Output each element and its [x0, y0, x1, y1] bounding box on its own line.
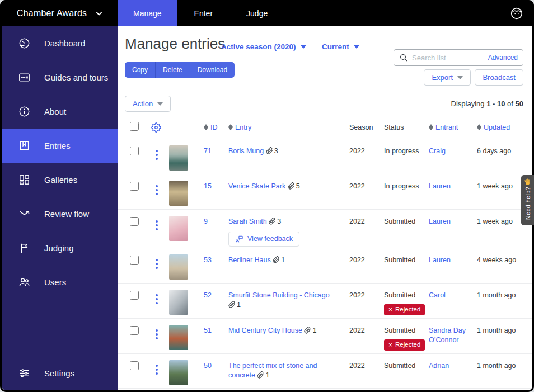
- sort-header-entry[interactable]: Entry: [228, 124, 349, 131]
- sidebar-item-judging[interactable]: Judging: [2, 231, 118, 265]
- entry-thumbnail[interactable]: [169, 181, 188, 206]
- season-cell: 2022: [349, 182, 384, 191]
- app-window: Chamber Awards Manage Enter Judge: [0, 0, 534, 392]
- current-filter-dropdown[interactable]: Current: [322, 42, 359, 51]
- entry-thumbnail[interactable]: [169, 216, 188, 241]
- bookmark-icon: [17, 139, 31, 153]
- entry-thumbnail[interactable]: [169, 145, 188, 171]
- entry-title-link[interactable]: Smurfit Stone Building - Chicago: [228, 291, 330, 299]
- row-checkbox[interactable]: [130, 182, 139, 191]
- entry-id-link[interactable]: 52: [204, 291, 212, 299]
- sidebar-item-guides[interactable]: Guides and tours: [2, 60, 118, 95]
- broadcast-button[interactable]: Broadcast: [475, 69, 523, 86]
- entry-thumbnail[interactable]: [169, 254, 188, 280]
- paperclip-icon: [228, 301, 236, 308]
- view-feedback-button[interactable]: View feedback: [228, 232, 299, 247]
- tab-enter[interactable]: Enter: [177, 0, 229, 26]
- sidebar-item-label: Judging: [44, 243, 74, 253]
- rejected-badge: ×Rejected: [384, 339, 425, 351]
- row-menu-kebab-icon[interactable]: [156, 259, 169, 269]
- sidebar: Dashboard Guides and tours About Entries: [2, 26, 118, 390]
- entry-title-link[interactable]: Venice Skate Park: [228, 182, 285, 190]
- entry-id-link[interactable]: 51: [204, 327, 212, 334]
- bulk-actions: Copy Delete Download: [125, 62, 235, 78]
- entry-thumbnail[interactable]: [169, 325, 188, 350]
- paperclip-icon: [304, 327, 311, 334]
- attachment-count: 1: [228, 301, 241, 309]
- action-dropdown[interactable]: Action: [125, 96, 171, 112]
- row-menu-kebab-icon[interactable]: [156, 329, 169, 339]
- sort-header-updated[interactable]: Updated: [477, 124, 522, 131]
- column-settings-button[interactable]: [151, 122, 169, 133]
- sort-header-id[interactable]: ID: [204, 124, 228, 131]
- entrant-link[interactable]: Lauren: [429, 256, 451, 264]
- x-icon: ×: [388, 306, 392, 313]
- sidebar-item-users[interactable]: Users: [2, 265, 118, 299]
- entry-title-link[interactable]: Berliner Haus: [228, 256, 271, 264]
- sidebar-item-review-flow[interactable]: Review flow: [2, 197, 118, 231]
- header-status: Status: [384, 124, 429, 131]
- row-checkbox[interactable]: [130, 291, 139, 300]
- row-checkbox[interactable]: [130, 147, 139, 155]
- row-menu-kebab-icon[interactable]: [156, 365, 169, 375]
- sidebar-item-label: Entries: [44, 141, 71, 150]
- entrant-link[interactable]: Adrian: [429, 362, 449, 370]
- tab-judge[interactable]: Judge: [229, 0, 284, 26]
- sidebar-item-label: Settings: [44, 369, 74, 378]
- delete-button[interactable]: Delete: [156, 62, 190, 78]
- entry-thumbnail[interactable]: [169, 360, 188, 385]
- entry-id-link[interactable]: 71: [204, 147, 212, 155]
- download-button[interactable]: Download: [190, 62, 235, 78]
- sidebar-item-dashboard[interactable]: Dashboard: [2, 26, 118, 60]
- entry-title-link[interactable]: Boris Mung: [228, 147, 264, 155]
- updated-cell: 1 week ago: [477, 182, 522, 191]
- entry-id-link[interactable]: 9: [204, 218, 208, 225]
- row-menu-kebab-icon[interactable]: [156, 220, 169, 230]
- select-all-checkbox[interactable]: [130, 122, 139, 131]
- row-menu-kebab-icon[interactable]: [156, 185, 169, 195]
- row-checkbox[interactable]: [130, 326, 139, 335]
- entrant-link[interactable]: Lauren: [429, 182, 451, 190]
- row-checkbox[interactable]: [130, 361, 139, 370]
- entrant-link[interactable]: Craig: [429, 147, 446, 155]
- tab-manage[interactable]: Manage: [118, 0, 177, 26]
- entrant-link[interactable]: Lauren: [429, 218, 451, 225]
- status-cell: Submitted: [384, 361, 429, 371]
- row-checkbox[interactable]: [130, 256, 139, 265]
- entry-id-link[interactable]: 53: [204, 256, 212, 264]
- copy-button[interactable]: Copy: [125, 62, 156, 78]
- row-checkbox[interactable]: [130, 217, 139, 226]
- brand-menu[interactable]: Chamber Awards: [0, 0, 118, 26]
- entrant-link[interactable]: Carol: [429, 291, 446, 299]
- updated-cell: 4 weeks ago: [477, 256, 522, 265]
- sort-header-entrant[interactable]: Entrant: [429, 124, 477, 131]
- sidebar-item-settings[interactable]: Settings: [2, 356, 118, 390]
- entry-title-link[interactable]: Mid Century City House: [228, 327, 302, 334]
- search-input[interactable]: [412, 54, 484, 62]
- status-cell: Submitted: [384, 256, 429, 265]
- attachment-count: 1: [273, 256, 285, 264]
- waving-hand-icon: [524, 178, 531, 185]
- sidebar-item-galleries[interactable]: Galleries: [2, 163, 118, 197]
- sidebar-item-about[interactable]: About: [2, 95, 118, 129]
- season-dropdown[interactable]: Active season (2020): [221, 42, 306, 51]
- sidebar-item-entries[interactable]: Entries: [2, 129, 118, 163]
- season-cell: 2022: [349, 217, 384, 226]
- dashboard-icon: [17, 37, 31, 50]
- export-button[interactable]: Export: [424, 69, 471, 86]
- paperclip-icon: [266, 147, 273, 154]
- need-help-tab[interactable]: Need help?: [521, 175, 534, 225]
- account-avatar-icon[interactable]: [508, 5, 525, 22]
- entry-title-link[interactable]: The perfect mix of stone and concrete: [228, 362, 317, 379]
- entry-id-link[interactable]: 50: [204, 362, 212, 370]
- advanced-search-link[interactable]: Advanced: [488, 54, 518, 62]
- sidebar-item-label: About: [44, 107, 66, 116]
- chevron-down-icon: [354, 45, 359, 49]
- sidebar-item-label: Galleries: [44, 175, 77, 185]
- entry-id-link[interactable]: 15: [204, 182, 212, 190]
- entry-thumbnail[interactable]: [169, 290, 188, 315]
- row-menu-kebab-icon[interactable]: [156, 150, 169, 160]
- entry-title-link[interactable]: Sarah Smith: [228, 218, 267, 225]
- entrant-link[interactable]: Sandra Day O’Connor: [429, 327, 466, 344]
- row-menu-kebab-icon[interactable]: [156, 294, 169, 304]
